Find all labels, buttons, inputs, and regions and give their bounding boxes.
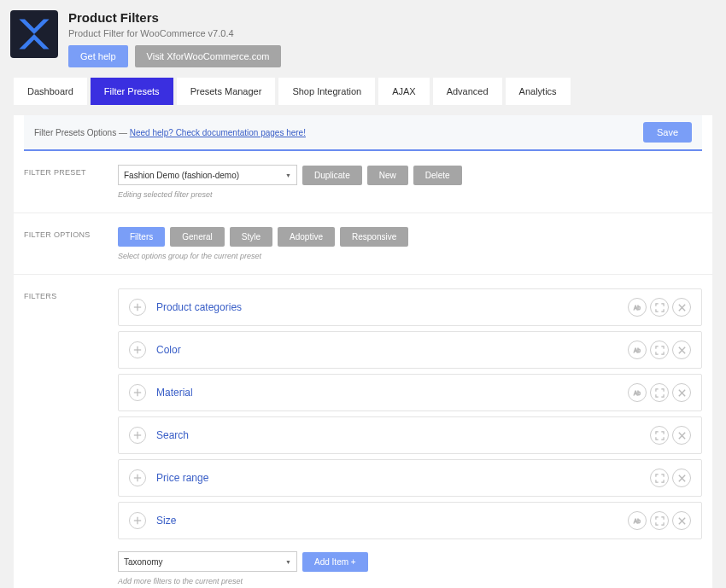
option-group-adoptive[interactable]: Adoptive: [278, 227, 335, 247]
filter-item: MaterialAb: [118, 374, 702, 411]
section-label-preset: FILTER PRESET: [24, 165, 118, 199]
filter-item: Price range: [118, 459, 702, 497]
expand-icon[interactable]: [650, 426, 669, 445]
close-icon[interactable]: [672, 511, 691, 530]
save-button[interactable]: Save: [643, 122, 692, 143]
svg-text:Ab: Ab: [633, 305, 640, 311]
tab-shop-integration[interactable]: Shop Integration: [278, 78, 375, 105]
ab-icon[interactable]: Ab: [628, 511, 647, 530]
add-hint: Add more filters to the current preset: [118, 577, 702, 585]
ab-icon[interactable]: Ab: [628, 341, 647, 359]
app-logo: [10, 10, 58, 58]
options-bar-text: Filter Presets Options — Need help? Chec…: [34, 128, 306, 137]
expand-icon[interactable]: [650, 341, 669, 359]
page-subtitle: Product Filter for WooCommerce v7.0.4: [68, 28, 281, 38]
section-label-options: FILTER OPTIONS: [24, 227, 118, 260]
docs-link[interactable]: Need help? Check documentation pages her…: [130, 128, 306, 137]
svg-text:Ab: Ab: [633, 518, 640, 524]
close-icon[interactable]: [672, 383, 691, 402]
close-icon[interactable]: [672, 426, 691, 445]
get-help-button[interactable]: Get help: [68, 45, 128, 67]
filter-item: Product categoriesAb: [118, 288, 702, 326]
add-filter-select[interactable]: Taxonomy: [118, 551, 297, 572]
expand-icon[interactable]: [129, 427, 146, 444]
close-icon[interactable]: [672, 469, 691, 487]
option-group-responsive[interactable]: Responsive: [340, 227, 408, 247]
expand-icon[interactable]: [129, 299, 146, 316]
filter-item: ColorAb: [118, 331, 702, 369]
filter-title[interactable]: Price range: [156, 472, 650, 484]
filter-item: SizeAb: [118, 502, 702, 539]
expand-icon[interactable]: [129, 341, 146, 358]
filter-item: Search: [118, 416, 702, 454]
filter-title[interactable]: Product categories: [156, 301, 628, 313]
filter-title[interactable]: Search: [156, 429, 650, 441]
ab-icon[interactable]: Ab: [628, 298, 647, 317]
page-title: Product Filters: [68, 10, 281, 25]
preset-hint: Editing selected filter preset: [118, 190, 702, 199]
close-icon[interactable]: [672, 298, 691, 317]
svg-text:Ab: Ab: [633, 390, 640, 396]
svg-text:Ab: Ab: [633, 347, 640, 353]
option-group-general[interactable]: General: [170, 227, 225, 247]
expand-icon[interactable]: [129, 512, 146, 529]
filter-title[interactable]: Material: [156, 387, 628, 399]
add-item-button[interactable]: Add Item +: [302, 552, 368, 572]
option-group-filters[interactable]: Filters: [118, 227, 165, 247]
filter-title[interactable]: Size: [156, 515, 628, 527]
delete-button[interactable]: Delete: [413, 166, 462, 185]
tab-presets-manager[interactable]: Presets Manager: [177, 78, 276, 105]
section-label-filters: FILTERS: [24, 288, 118, 585]
preset-select[interactable]: Fashion Demo (fashion-demo): [118, 165, 297, 185]
ab-icon[interactable]: Ab: [628, 383, 647, 402]
expand-icon[interactable]: [650, 383, 669, 402]
expand-icon[interactable]: [650, 511, 669, 530]
new-button[interactable]: New: [367, 166, 408, 185]
main-tabs: DashboardFilter PresetsPresets ManagerSh…: [0, 78, 726, 105]
tab-advanced[interactable]: Advanced: [433, 78, 502, 105]
tab-filter-presets[interactable]: Filter Presets: [91, 78, 173, 105]
tab-analytics[interactable]: Analytics: [506, 78, 571, 105]
expand-icon[interactable]: [129, 469, 146, 486]
filter-title[interactable]: Color: [156, 344, 628, 356]
visit-site-button[interactable]: Visit XforWooCommerce.com: [135, 45, 282, 67]
expand-icon[interactable]: [129, 384, 146, 401]
option-group-style[interactable]: Style: [230, 227, 272, 247]
expand-icon[interactable]: [650, 469, 669, 487]
tab-dashboard[interactable]: Dashboard: [14, 78, 87, 105]
options-hint: Select options group for the current pre…: [118, 252, 702, 260]
tab-ajax[interactable]: AJAX: [378, 78, 430, 105]
duplicate-button[interactable]: Duplicate: [302, 166, 362, 185]
close-icon[interactable]: [672, 341, 691, 359]
expand-icon[interactable]: [650, 298, 669, 317]
